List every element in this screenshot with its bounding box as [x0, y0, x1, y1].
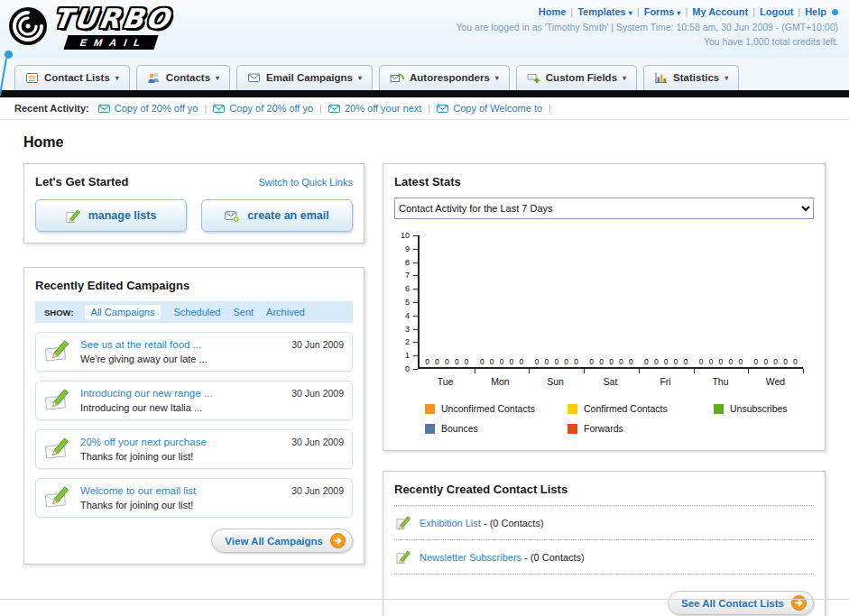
stats-period-select[interactable]: Contact Activity for the Last 7 Days [394, 198, 814, 219]
top-link-my-account[interactable]: My Account [692, 6, 748, 17]
nav-tab-custom-fields[interactable]: Custom Fields▾ [516, 65, 637, 90]
recent-activity-item-label: Copy of 20% off yo [115, 103, 198, 114]
campaign-title-link[interactable]: Welcome to our email list [80, 485, 282, 496]
recent-activity-item[interactable]: Copy of 20% off yo [98, 103, 198, 114]
campaign-title-link[interactable]: See us at the retail food ... [80, 339, 282, 350]
app-logo: TURBO EMAIL [7, 4, 171, 58]
y-axis-tick [413, 262, 418, 263]
bar-value-label: 0 [728, 358, 733, 366]
page-footer [0, 599, 849, 600]
top-link-templates[interactable]: Templates ▾ [577, 6, 632, 17]
nav-tab-email-campaigns[interactable]: Email Campaigns▾ [236, 65, 373, 90]
campaign-subtitle: We're giving away our late ... [80, 354, 282, 364]
manage-lists-label: manage lists [88, 209, 157, 222]
legend-item-unsubscribes: Unsubscribes [714, 403, 814, 414]
legend-item-forwards: Forwards [568, 423, 714, 434]
campaigns-tab-archived[interactable]: Archived [266, 307, 305, 317]
campaign-list-item[interactable]: Welcome to our email listThanks for join… [35, 478, 353, 518]
contact-list-item[interactable]: Exhibition List - (0 Contacts) [394, 505, 814, 539]
nav-tab-contact-lists[interactable]: Contact Lists▾ [14, 65, 130, 90]
campaign-subtitle: Introducing our new Italia ... [80, 402, 282, 413]
y-axis-tick [413, 369, 418, 370]
campaign-subtitle: Thanks for joining our list! [80, 451, 282, 462]
campaign-date: 30 Jun 2009 [291, 388, 344, 399]
legend-label: Unconfirmed Contacts [441, 403, 535, 414]
y-axis-tick [413, 249, 418, 250]
legend-item-unconfirmed-contacts: Unconfirmed Contacts [425, 403, 568, 414]
header: TURBO EMAIL Home|Templates ▾|Forms ▾|My … [0, 0, 849, 58]
bar-value-label: 0 [629, 358, 633, 366]
nav-tab-statistics[interactable]: Statistics▾ [643, 65, 739, 90]
campaigns-tab-scheduled[interactable]: Scheduled [173, 307, 220, 317]
email-icon [98, 104, 110, 114]
bar-value-label: 0 [664, 358, 669, 366]
y-axis-tick [413, 329, 418, 330]
pencil-icon [396, 515, 411, 530]
chart-plot-area: 00000000000000000000000000000000000 [418, 235, 803, 369]
legend-label: Bounces [441, 423, 478, 434]
nav-tab-contacts[interactable]: Contacts▾ [136, 65, 230, 90]
chevron-down-icon: ▾ [629, 9, 632, 17]
legend-swatch [714, 404, 724, 414]
campaign-list-item[interactable]: See us at the retail food ...We're givin… [35, 332, 353, 372]
see-all-contact-lists-button[interactable]: See All Contact Lists [668, 591, 814, 615]
top-link-forms[interactable]: Forms ▾ [644, 6, 681, 17]
contact-list-item[interactable]: Newsletter Subscribers - (0 Contacts) [394, 539, 814, 574]
top-link-logout[interactable]: Logout [760, 6, 793, 17]
x-axis-label: Fri [638, 369, 693, 387]
nav-tab-label: Contacts [166, 72, 210, 83]
create-an-email-label: create an email [247, 209, 328, 222]
bar-value-label: 0 [435, 358, 439, 366]
bar-value-label: 0 [535, 358, 540, 366]
recent-activity-item[interactable]: Copy of Welcome to [437, 103, 542, 114]
bar-value-label: 0 [564, 358, 568, 366]
y-axis-tick-label: 6 [405, 284, 410, 293]
chart-category-group: 00000 [694, 235, 749, 367]
chart-category-group: 00000 [584, 235, 639, 367]
bar-value-label: 0 [783, 358, 788, 366]
campaign-title-link[interactable]: Introducing our new range ... [80, 388, 282, 399]
nav-tab-autoresponders[interactable]: Autoresponders▾ [379, 65, 510, 90]
bar-value-label: 0 [490, 358, 494, 366]
campaign-title-link[interactable]: 20% off your next purchase [80, 437, 282, 447]
recent-activity-item[interactable]: 20% off your next [328, 103, 421, 114]
recent-activity-item-label: Copy of Welcome to [453, 103, 542, 114]
contact-list-link[interactable]: Exhibition List [420, 518, 481, 529]
bar-value-label: 0 [445, 358, 449, 366]
top-link-home[interactable]: Home [539, 6, 567, 17]
right-column: Latest Stats Contact Activity for the La… [383, 163, 826, 616]
email-edit-icon [44, 388, 71, 412]
campaign-subtitle: Thanks for joining our list! [80, 500, 282, 510]
get-started-buttons: manage listscreate an email [35, 199, 353, 232]
y-axis-tick-label: 2 [405, 337, 410, 346]
legend-item-confirmed-contacts: Confirmed Contacts [568, 403, 714, 414]
view-all-campaigns-button[interactable]: View All Campaigns [211, 529, 353, 553]
left-column: Let's Get Started Switch to Quick Links … [23, 163, 365, 565]
create-an-email-button[interactable]: create an email [201, 199, 353, 232]
switch-quick-links-link[interactable]: Switch to Quick Links [258, 177, 353, 188]
campaigns-title: Recently Edited Campaigns [35, 279, 353, 292]
y-axis-tick-label: 4 [405, 311, 410, 320]
manage-lists-button[interactable]: manage lists [35, 199, 187, 232]
contact-list-link[interactable]: Newsletter Subscribers [420, 552, 521, 563]
campaign-list-item[interactable]: Introducing our new range ...Introducing… [35, 381, 353, 420]
campaigns-tab-sent[interactable]: Sent [233, 307, 254, 317]
x-axis-label: Mon [473, 369, 528, 387]
nav-divider [0, 90, 849, 97]
chart-legend: Unconfirmed ContactsConfirmed ContactsUn… [425, 403, 814, 434]
top-link-help[interactable]: Help [805, 6, 826, 17]
x-axis-label: Tue [418, 369, 473, 387]
campaigns-tab-all-campaigns[interactable]: All Campaigns [85, 305, 161, 319]
legend-swatch [425, 424, 435, 434]
page-title: Home [23, 134, 826, 151]
bar-value-label: 0 [753, 358, 758, 366]
campaign-list-item[interactable]: 20% off your next purchaseThanks for joi… [35, 429, 353, 469]
bar-value-label: 0 [674, 358, 678, 366]
app-window: TURBO EMAIL Home|Templates ▾|Forms ▾|My … [0, 0, 849, 616]
y-axis-tick [413, 316, 418, 317]
chevron-down-icon: ▾ [623, 74, 626, 82]
email-icon [437, 104, 448, 114]
bar-value-label: 0 [684, 358, 688, 366]
recent-activity-item[interactable]: Copy of 20% off yo [213, 103, 313, 114]
contact-activity-chart: 012345678910 000000000000000000000000000… [394, 235, 814, 369]
